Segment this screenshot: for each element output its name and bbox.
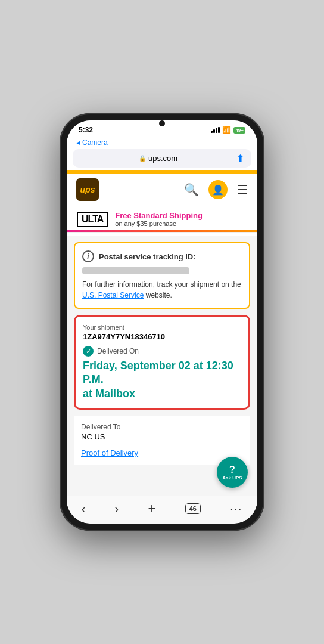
camera-notch	[159, 120, 165, 126]
camera-back-link[interactable]: ◂ Camera	[67, 137, 257, 149]
phone-screen: 5:32 📶 49+ ◂ Camera 🔒 ups.com	[67, 120, 257, 524]
delivered-to-label: Delivered To	[81, 423, 243, 431]
delivered-row: ✓ Delivered On	[83, 346, 241, 357]
postal-title: Postal service tracking ID:	[99, 252, 196, 261]
ulta-banner[interactable]: ULTA Free Standard Shipping on any $35 p…	[67, 206, 257, 233]
delivered-to-section: Delivered To NC US Proof of Delivery	[74, 416, 250, 465]
ulta-text: Free Standard Shipping on any $35 purcha…	[115, 211, 247, 227]
ups-logo[interactable]: ups	[76, 178, 99, 201]
browser-toolbar: ‹ › + 46 ···	[67, 496, 257, 524]
delivery-date-line1: Friday, September 02 at 12:30 P.M.	[83, 360, 233, 385]
ask-ups-question-icon: ?	[229, 465, 235, 475]
browser-address-bar[interactable]: 🔒 ups.com ⬆	[73, 149, 251, 168]
ask-ups-label: Ask UPS	[222, 475, 242, 481]
search-icon[interactable]: 🔍	[184, 182, 199, 197]
ask-ups-button[interactable]: ? Ask UPS	[217, 457, 248, 488]
postal-service-link[interactable]: U.S. Postal Service	[82, 291, 144, 299]
phone-frame: 5:32 📶 49+ ◂ Camera 🔒 ups.com	[60, 113, 264, 531]
postal-body-suffix: website.	[146, 291, 172, 299]
delivery-date: Friday, September 02 at 12:30 P.M. at Ma…	[83, 359, 241, 401]
account-icon[interactable]: 👤	[208, 180, 228, 199]
shipment-label: Your shipment	[83, 324, 241, 331]
forward-button[interactable]: ›	[115, 502, 119, 516]
share-icon[interactable]: ⬆	[236, 153, 244, 164]
signal-icon	[211, 127, 220, 133]
ulta-stripe	[67, 230, 257, 232]
postal-body-prefix: For further information, track your ship…	[82, 280, 241, 289]
wifi-icon: 📶	[222, 126, 231, 134]
delivered-on-label: Delivered On	[97, 347, 139, 355]
more-options-button[interactable]: ···	[230, 503, 242, 515]
lock-icon: 🔒	[139, 155, 146, 162]
delivery-status-box: Your shipment 1ZA974Y7YN18346710 ✓ Deliv…	[74, 315, 250, 410]
status-icons: 📶 49+	[211, 126, 245, 134]
menu-icon[interactable]: ☰	[237, 182, 248, 197]
ulta-free-text: Free Standard Shipping	[115, 211, 247, 220]
check-circle-icon: ✓	[83, 346, 94, 357]
ulta-sub-text: on any $35 purchase	[115, 220, 247, 227]
tab-count[interactable]: 46	[185, 503, 201, 514]
add-tab-button[interactable]: +	[148, 501, 156, 516]
ulta-logo: ULTA	[77, 212, 108, 227]
browser-url-area: 🔒 ups.com	[80, 154, 236, 163]
info-icon: i	[82, 250, 94, 262]
camera-back-label: Camera	[82, 138, 108, 147]
delivered-to-value: NC US	[81, 432, 243, 441]
back-button[interactable]: ‹	[82, 502, 86, 516]
postal-header: i Postal service tracking ID:	[82, 250, 242, 262]
postal-body-text: For further information, track your ship…	[82, 279, 242, 301]
proof-of-delivery-link[interactable]: Proof of Delivery	[81, 448, 138, 457]
person-icon: 👤	[212, 184, 224, 196]
tracking-number: 1ZA974Y7YN18346710	[83, 332, 241, 341]
postal-tracking-box: i Postal service tracking ID: For furthe…	[74, 242, 250, 309]
chevron-left-icon: ◂	[76, 138, 80, 147]
url-text: ups.com	[148, 154, 177, 163]
ups-nav: ups 🔍 👤 ☰	[67, 174, 257, 206]
ups-logo-text: ups	[80, 185, 95, 194]
ups-nav-icons: 🔍 👤 ☰	[184, 180, 248, 199]
delivery-date-line2: at Mailbox	[83, 388, 135, 400]
status-time: 5:32	[79, 126, 93, 134]
battery-badge: 49+	[233, 127, 245, 134]
postal-id-blurred	[82, 267, 189, 274]
